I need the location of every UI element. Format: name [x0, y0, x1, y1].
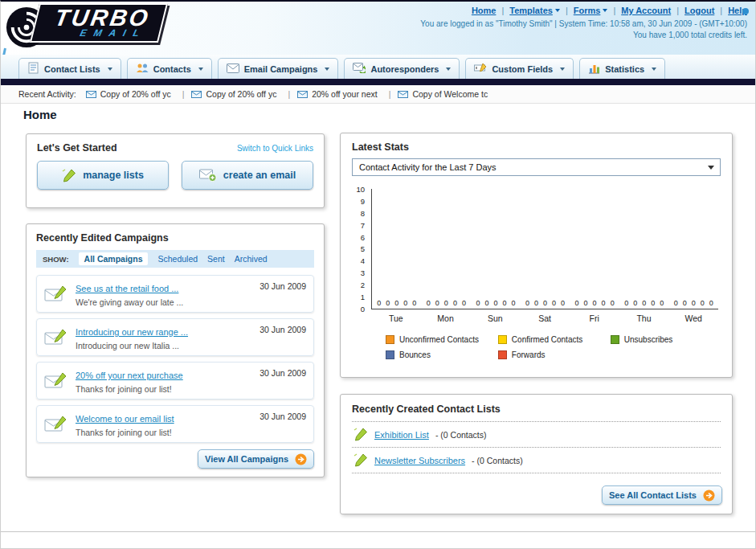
credits-info: You have 1,000 total credits left. [420, 31, 747, 39]
turbo-email-logo[interactable]: TURBO EMAIL [6, 3, 163, 48]
page-title: Home [23, 108, 57, 121]
recent-activity-item-label: Copy of 20% off yc [100, 89, 171, 99]
recent-activity-items: Copy of 20% off yc Copy of 20% off yc [86, 89, 488, 99]
top-nav-link[interactable]: Home [472, 6, 497, 15]
main-nav-tab-label: Custom Fields [492, 64, 553, 74]
manage-lists-button[interactable]: manage lists [37, 161, 169, 190]
campaign-subtitle: Thanks for joining our list! [76, 384, 183, 394]
main-nav-tab-label: Autoresponders [370, 64, 439, 74]
top-nav-link[interactable]: My Account [621, 6, 671, 15]
recent-activity-item[interactable]: Copy of 20% off yc [191, 89, 297, 99]
chart-value-labels: 00000 [372, 299, 422, 307]
recent-activity-item[interactable]: Copy of Welcome tc [398, 89, 488, 99]
chart-x-labels: TueMonSunSatFriThuWed [371, 313, 718, 323]
campaign-filter-link[interactable]: Archived [235, 254, 268, 264]
recent-campaigns-panel: Recently Edited Campaigns SHOW: All Camp… [26, 223, 325, 477]
campaign-list-item[interactable]: 20% off your next purchase Thanks for jo… [36, 362, 314, 399]
y-axis-label: 1 [361, 293, 365, 301]
chevron-down-icon [560, 68, 565, 71]
get-started-panel: Let's Get Started Switch to Quick Links … [26, 133, 325, 208]
pencil-icon [62, 169, 76, 182]
main-nav: Contact Lists Contacts Email Campaigns A… [1, 55, 755, 79]
main-nav-tab-label: Contacts [153, 64, 191, 74]
top-nav-link[interactable]: Logout [684, 6, 714, 15]
main-nav-tab[interactable]: Autoresponders [344, 58, 460, 79]
show-label: SHOW: [43, 255, 69, 264]
campaign-list-item[interactable]: Welcome to our email list Thanks for joi… [36, 405, 314, 443]
create-email-button[interactable]: create an email [182, 161, 313, 190]
y-axis-label: 2 [361, 281, 365, 289]
recent-activity-item[interactable]: Copy of 20% off yc [86, 89, 192, 99]
switch-quick-links-link[interactable]: Switch to Quick Links [237, 144, 313, 153]
view-all-campaigns-button[interactable]: View All Campaigns [198, 449, 314, 469]
main-nav-tab[interactable]: Statistics [579, 58, 665, 79]
main-nav-tab-label: Email Campaigns [244, 64, 318, 74]
pencil-icon [353, 453, 368, 467]
contact-list-row[interactable]: Exhibition List - (0 Contacts) [352, 421, 721, 447]
campaign-list-item[interactable]: See us at the retail food ... We're givi… [36, 275, 314, 313]
campaign-title-link[interactable]: 20% off your next purchase [76, 371, 183, 380]
envelope-icon [398, 91, 408, 98]
chart-bar-group: 00000 [619, 189, 669, 309]
turbo-email-dashboard: TURBO EMAIL Home Templates [0, 0, 756, 549]
chart-value-labels: 00000 [619, 299, 669, 307]
campaign-title-link[interactable]: See us at the retail food ... [76, 284, 178, 293]
campaign-list: See us at the retail food ... We're givi… [36, 275, 314, 443]
legend-label: Forwards [512, 350, 546, 359]
y-axis-label: 5 [361, 244, 365, 253]
view-all-campaigns-label: View All Campaigns [205, 454, 288, 464]
chart-value-labels: 00000 [422, 299, 472, 307]
campaign-title-link[interactable]: Welcome to our email list [76, 414, 174, 424]
see-all-contact-lists-button[interactable]: See All Contact Lists [602, 485, 722, 505]
top-nav-link[interactable]: Forms [574, 6, 601, 15]
contact-list-row[interactable]: Newsletter Subscribers - (0 Contacts) [352, 447, 721, 473]
main-nav-tab[interactable]: Email Campaigns [218, 58, 339, 79]
main-nav-tab[interactable]: Custom Fields [465, 58, 574, 79]
chevron-down-icon [446, 68, 451, 71]
recent-activity-label: Recent Activity: [18, 89, 76, 99]
header-right: Home Templates Forms My Account [420, 6, 747, 39]
recent-activity-item[interactable]: 20% off your next [297, 89, 398, 99]
chart-bar-group: 00000 [521, 189, 570, 309]
contact-list-name-link[interactable]: Newsletter Subscribers [374, 456, 465, 465]
x-axis-label: Tue [371, 313, 421, 323]
y-axis-label: 9 [361, 197, 365, 206]
chart-bar-group: 00000 [422, 189, 472, 309]
x-axis-label: Fri [570, 313, 619, 323]
recent-contact-lists-title: Recently Created Contact Lists [341, 395, 732, 421]
campaign-filter-link[interactable]: Sent [207, 254, 225, 264]
login-info: You are logged in as "Timothy Smith" | S… [420, 19, 747, 28]
contact-list-detail: - (0 Contacts) [472, 456, 523, 465]
campaign-date: 30 Jun 2009 [259, 325, 306, 334]
campaign-date: 30 Jun 2009 [259, 368, 306, 378]
top-nav-item: My Account [621, 6, 684, 15]
x-axis-label: Mon [421, 313, 471, 323]
top-nav-link[interactable]: Templates [509, 6, 553, 15]
header: TURBO EMAIL Home Templates [1, 2, 755, 55]
envelope-icon [191, 91, 202, 98]
recent-activity-bar: Recent Activity: Copy of 20% off yc [1, 85, 755, 104]
legend-color-swatch [386, 335, 394, 344]
campaign-filter-link[interactable]: Scheduled [157, 254, 198, 264]
recent-activity-item-label: Copy of 20% off yc [206, 89, 276, 99]
campaign-filter-link[interactable]: All Campaigns [79, 252, 149, 265]
main-nav-tab[interactable]: Contacts [127, 58, 212, 79]
manage-lists-label: manage lists [83, 170, 144, 181]
see-all-contact-lists-label: See All Contact Lists [609, 490, 697, 500]
contact-list-name-link[interactable]: Exhibition List [374, 430, 429, 440]
top-nav-item: Templates [509, 6, 573, 15]
chart-value-labels: 00000 [668, 299, 718, 307]
campaign-list-item[interactable]: Introducing our new range ... Introducin… [36, 318, 314, 356]
stats-activity-select[interactable]: Contact Activity for the Last 7 Days [352, 158, 721, 176]
campaign-title-link[interactable]: Introducing our new range ... [76, 327, 188, 337]
chevron-down-icon [325, 68, 329, 71]
main-nav-tab-label: Statistics [605, 64, 644, 74]
envelope-pencil-icon [44, 415, 68, 434]
envelope-pencil-icon [44, 285, 68, 304]
latest-stats-panel: Latest Stats Contact Activity for the La… [340, 133, 733, 378]
logo-title: TURBO [53, 6, 152, 30]
main-nav-tab[interactable]: Contact Lists [18, 58, 121, 79]
campaign-filter-bar: SHOW: All Campaigns Scheduled Sent Archi… [36, 250, 314, 268]
chart-y-axis: 109876543210 [352, 185, 368, 313]
top-nav-item: Home [472, 6, 509, 15]
